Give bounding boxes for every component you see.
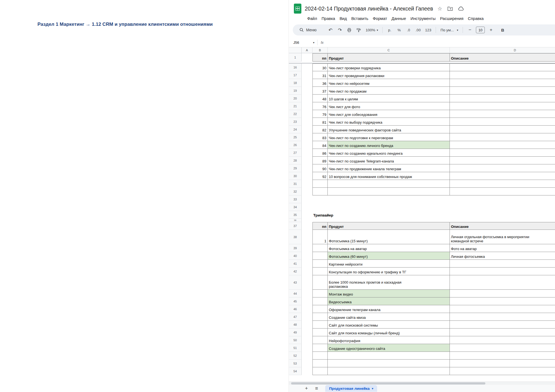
cell-D44[interactable] (450, 290, 555, 297)
cell-D28[interactable] (450, 157, 555, 164)
cell-A20[interactable] (302, 95, 312, 102)
cell-A49[interactable] (302, 329, 312, 336)
cell-A54[interactable] (302, 367, 312, 375)
cell-D47[interactable] (450, 313, 555, 321)
cell-D31[interactable] (450, 180, 555, 188)
cell-C19[interactable]: Чек-лист по продажам (328, 87, 450, 95)
cell-D23[interactable] (450, 118, 555, 126)
cell-B27[interactable]: 86 (312, 149, 328, 157)
column-header-C[interactable]: C (328, 47, 450, 53)
cell-D52[interactable] (450, 352, 555, 360)
cell-C41[interactable]: Картинки нейросети (328, 260, 450, 268)
cell-B18[interactable]: 36 (312, 79, 328, 87)
cell-A43[interactable] (302, 275, 312, 290)
cell-B38[interactable]: 1 (312, 230, 328, 244)
cell-B24[interactable]: 82 (312, 126, 328, 133)
row-header-37[interactable]: 37 (289, 222, 302, 230)
cell-B26[interactable]: 84 (312, 141, 328, 149)
cell-C17[interactable]: Чек-лист проведения распаковки (328, 71, 450, 79)
cell-B23[interactable]: 81 (312, 118, 328, 126)
cell-D27[interactable] (450, 149, 555, 157)
cell-B50[interactable] (312, 336, 328, 344)
cell-D50[interactable] (450, 336, 555, 344)
menu-item-1[interactable]: Файл (305, 16, 319, 22)
cell-B53[interactable] (312, 360, 328, 367)
cell-D41[interactable] (450, 260, 555, 268)
cell-D45[interactable] (450, 297, 555, 305)
cell-D22[interactable] (450, 110, 555, 118)
sheet-tab-active[interactable]: Продуктовая линейка ▾ (325, 385, 377, 392)
row-header-53[interactable]: 53 (289, 360, 302, 367)
star-icon[interactable]: ☆ (438, 6, 442, 11)
row-header-29[interactable]: 29 (289, 164, 302, 172)
cell-A48[interactable] (302, 321, 312, 329)
cell-C42[interactable]: Консультация по оформлению и трафику в Т… (328, 268, 450, 275)
row-header-30[interactable]: 30 (289, 172, 302, 180)
cell-A24[interactable] (302, 126, 312, 133)
cell-C24[interactable]: Улучшение поведенческих факторов сайта (328, 126, 450, 133)
cell-B42[interactable] (312, 268, 328, 275)
cell-C47[interactable]: Создание сайта квиза (328, 313, 450, 321)
cell-B25[interactable]: 83 (312, 133, 328, 141)
cell-B36[interactable] (312, 219, 328, 222)
row-header-38[interactable]: 38 (289, 230, 302, 244)
cell-D37[interactable]: Описание (450, 222, 555, 230)
cell-C25[interactable]: Чек-лист по подготовке к переговорам (328, 133, 450, 141)
cell-B30[interactable]: 92 (312, 172, 328, 180)
cell-D53[interactable] (450, 360, 555, 367)
cell-A18[interactable] (302, 79, 312, 87)
cell-D42[interactable] (450, 268, 555, 275)
cell-B45[interactable] (312, 297, 328, 305)
column-header-D[interactable]: D (450, 47, 555, 53)
cell-A21[interactable] (302, 102, 312, 110)
menu-item-2[interactable]: Правка (319, 16, 337, 22)
cell-A52[interactable] (302, 352, 312, 360)
cell-C37[interactable]: Продукт (328, 222, 450, 230)
cell-A35[interactable] (302, 211, 312, 219)
row-header-39[interactable]: 39 (289, 244, 302, 252)
cell-C34[interactable] (328, 203, 450, 211)
cell-A37[interactable] (302, 222, 312, 230)
cell-C46[interactable]: Оформление телеграм канала (328, 305, 450, 313)
cell-A29[interactable] (302, 164, 312, 172)
cell-B16[interactable]: 30 (312, 63, 328, 71)
row-header-52[interactable]: 52 (289, 352, 302, 360)
move-folder-icon[interactable] (447, 6, 453, 11)
currency-format-button[interactable]: р. (385, 26, 394, 34)
cell-D29[interactable] (450, 164, 555, 172)
cell-A31[interactable] (302, 180, 312, 188)
row-header-36[interactable]: 36 (289, 219, 302, 222)
percent-format-button[interactable]: % (395, 26, 403, 34)
row-header-19[interactable]: 19 (289, 87, 302, 95)
cell-B47[interactable] (312, 313, 328, 321)
cell-A1[interactable] (302, 53, 312, 62)
row-header-18[interactable]: 18 (289, 79, 302, 87)
cell-B22[interactable]: 79 (312, 110, 328, 118)
menu-item-3[interactable]: Вид (337, 16, 349, 22)
cell-B48[interactable] (312, 321, 328, 329)
row-header-31[interactable]: 31 (289, 180, 302, 188)
cell-D20[interactable] (450, 95, 555, 102)
cell-B21[interactable]: 76 (312, 102, 328, 110)
row-header-47[interactable]: 47 (289, 313, 302, 321)
font-family-select[interactable]: По ум... ▾ (438, 26, 460, 34)
row-header-51[interactable]: 51 (289, 344, 302, 352)
cell-A47[interactable] (302, 313, 312, 321)
cell-A30[interactable] (302, 172, 312, 180)
cell-C18[interactable]: Чек-лист по нейросетям (328, 79, 450, 87)
cell-A23[interactable] (302, 118, 312, 126)
cell-C29[interactable]: Чек-лист по продвижение канала телеграм (328, 164, 450, 172)
cell-C53[interactable] (328, 360, 450, 367)
cell-B34[interactable] (312, 203, 328, 211)
row-header-24[interactable]: 24 (289, 126, 302, 133)
menu-item-8[interactable]: Расширения (438, 16, 466, 22)
cell-C1[interactable]: Продукт (328, 53, 450, 62)
redo-button[interactable]: ↷ (335, 26, 344, 34)
cloud-status-icon[interactable] (458, 6, 464, 11)
cell-D46[interactable] (450, 305, 555, 313)
cell-B28[interactable]: 89 (312, 157, 328, 164)
row-header-43[interactable]: 43 (289, 275, 302, 290)
cell-A22[interactable] (302, 110, 312, 118)
number-format-button[interactable]: 123 (423, 26, 433, 34)
cell-D16[interactable] (450, 63, 555, 71)
